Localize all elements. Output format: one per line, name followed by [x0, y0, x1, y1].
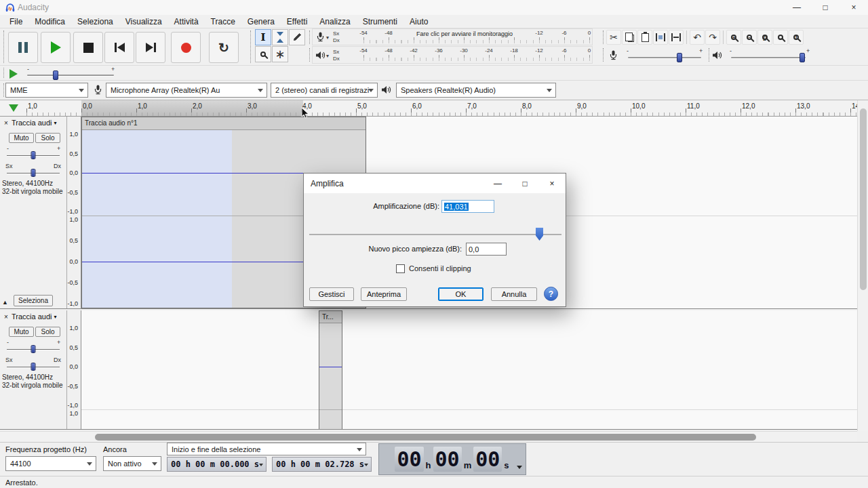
recording-device-combobox[interactable]: Microphone Array (Realtek(R) Au	[106, 83, 267, 98]
track2-waveform-area[interactable]: Tr...	[81, 310, 857, 429]
track1-name-menu[interactable]: Traccia audi ▾	[12, 119, 57, 127]
track1-solo-button[interactable]: Solo	[35, 133, 60, 143]
audio-host-combobox[interactable]: MME	[5, 83, 88, 98]
menu-item[interactable]: Modifica	[28, 16, 71, 28]
horizontal-scrollbar-thumb[interactable]	[95, 434, 756, 441]
loop-button[interactable]: ↻	[209, 32, 239, 63]
zoom-tool-button[interactable]	[255, 46, 271, 62]
dialog-close-button[interactable]: ×	[538, 174, 566, 193]
recording-meter-scale-area[interactable]: -54-48-12-60 Fare clic per avviare il mo…	[341, 29, 592, 45]
multi-tool-button[interactable]: ∗	[272, 46, 288, 62]
menu-item[interactable]: Genera	[241, 16, 281, 28]
draw-tool-button[interactable]	[289, 29, 305, 45]
window-minimize-button[interactable]: —	[783, 0, 811, 15]
meter-dropdown-icon[interactable]: ▾	[326, 35, 329, 41]
playback-device-combobox[interactable]: Speakers (Realtek(R) Audio)	[396, 83, 556, 98]
help-button[interactable]: ?	[544, 287, 558, 301]
meter-dropdown-icon[interactable]: ▾	[326, 53, 329, 59]
toolbar-gripper[interactable]	[309, 48, 311, 62]
timeline-pin-icon[interactable]	[9, 104, 18, 112]
ok-button[interactable]: OK	[438, 287, 484, 301]
slider-thumb[interactable]	[536, 228, 543, 241]
amplification-slider[interactable]	[309, 227, 561, 241]
playback-volume-slider[interactable]	[731, 57, 806, 58]
audio-track-2[interactable]: Tr... 1,00,50,0-0,5-1,0 1,00,50,0-0,5-1,…	[0, 310, 857, 430]
redo-button[interactable]: ↷	[705, 30, 720, 45]
track2-clip-header[interactable]: Tr...	[319, 311, 342, 323]
play-at-speed-icon[interactable]	[9, 69, 18, 79]
track2-close-button[interactable]: ×	[1, 312, 11, 321]
menu-item[interactable]: Attività	[168, 16, 205, 28]
stop-button[interactable]	[73, 32, 103, 63]
menu-item[interactable]: Strumenti	[357, 16, 403, 28]
menu-item[interactable]: File	[3, 16, 28, 28]
track2-gain-thumb[interactable]	[31, 345, 36, 353]
window-maximize-button[interactable]: □	[811, 0, 840, 15]
recording-meter[interactable]: ▾ Sx Dx -54-48-12-60 Fare clic per avvia…	[312, 28, 593, 45]
recording-volume-thumb[interactable]	[677, 53, 682, 62]
track1-pan-thumb[interactable]	[31, 169, 36, 177]
track2-clip[interactable]: Tr...	[319, 310, 342, 430]
vertical-scrollbar-thumb[interactable]	[860, 108, 867, 290]
preview-button[interactable]: Anteprima	[361, 287, 407, 301]
zoom-out-button[interactable]: −	[742, 30, 757, 45]
track2-name-menu[interactable]: Traccia audi ▾	[12, 312, 57, 321]
project-rate-combobox[interactable]: 44100	[5, 456, 96, 471]
trim-audio-button[interactable]	[653, 30, 668, 45]
snap-combobox[interactable]: Non attivo	[103, 456, 161, 471]
track1-gain-thumb[interactable]	[31, 151, 36, 159]
selection-tool-button[interactable]: I	[255, 29, 271, 45]
playback-volume-thumb[interactable]	[800, 53, 805, 62]
track2-vertical-ruler[interactable]: 1,00,50,0-0,5-1,0 1,00,50,0-0,5-1,0	[67, 310, 81, 429]
monitoring-hint[interactable]: Fare clic per avviare il monitoraggio	[416, 30, 513, 37]
play-speed-thumb[interactable]	[53, 70, 58, 80]
zoom-in-button[interactable]: +	[726, 30, 741, 45]
track1-vertical-ruler[interactable]: 1,00,50,0-0,5-1,0 1,00,50,0-0,5-1,0	[67, 117, 81, 308]
track2-pan-thumb[interactable]	[31, 363, 36, 371]
cancel-button[interactable]: Annulla	[491, 287, 537, 301]
track1-select-button[interactable]: Seleziona	[14, 295, 53, 306]
toolbar-gripper[interactable]	[3, 68, 5, 78]
menu-item[interactable]: Effetti	[281, 16, 313, 28]
allow-clipping-checkbox[interactable]	[396, 264, 405, 273]
track1-close-button[interactable]: ×	[1, 118, 11, 127]
selection-range-mode-combobox[interactable]: Inizio e fine della selezione	[167, 443, 366, 455]
horizontal-scrollbar[interactable]	[0, 431, 857, 442]
timeline-ruler[interactable]: 1,00,01,02,03,04,05,06,07,08,09,010,011,…	[0, 100, 857, 117]
manage-button[interactable]: Gestisci	[309, 287, 354, 301]
toolbar-gripper[interactable]	[603, 48, 605, 62]
zoom-fit-project-button[interactable]: ↔	[773, 30, 788, 45]
dialog-maximize-button[interactable]: □	[511, 174, 538, 193]
cut-button[interactable]: ✂	[606, 30, 621, 45]
recording-channels-combobox[interactable]: 2 (stereo) canali di registrazi	[271, 83, 378, 98]
silence-audio-button[interactable]	[669, 30, 684, 45]
track1-clip-header[interactable]: Traccia audio n°1	[82, 117, 366, 130]
window-close-button[interactable]: ×	[840, 0, 868, 15]
zoom-toggle-button[interactable]: 1	[789, 30, 804, 45]
undo-button[interactable]: ↶	[690, 30, 705, 45]
copy-button[interactable]	[622, 30, 637, 45]
recording-volume-slider[interactable]	[628, 57, 701, 58]
selection-start-time-field[interactable]: 00 h 00 m 00.000 s	[167, 457, 267, 472]
menu-item[interactable]: Analizza	[313, 16, 356, 28]
zoom-selection-button[interactable]: []	[757, 30, 772, 45]
skip-to-end-button[interactable]	[136, 32, 165, 63]
play-speed-slider[interactable]	[27, 75, 114, 76]
playback-meter[interactable]: ▾ Sx Dx -54-48-42-36-30-24-18-12-60	[312, 46, 593, 64]
menu-item[interactable]: Tracce	[205, 16, 241, 28]
envelope-tool-button[interactable]	[272, 29, 288, 45]
selection-end-time-field[interactable]: 00 h 00 m 02.728 s	[272, 457, 372, 472]
paste-button[interactable]	[637, 30, 652, 45]
toolbar-gripper[interactable]	[309, 30, 311, 44]
track2-solo-button[interactable]: Solo	[35, 327, 60, 337]
amplification-input[interactable]: 41,031	[441, 200, 494, 213]
play-button[interactable]	[41, 32, 71, 63]
dialog-title-bar[interactable]: Amplifica — □ ×	[304, 174, 566, 193]
pause-button[interactable]	[8, 32, 38, 63]
record-button[interactable]	[171, 32, 201, 63]
skip-to-start-button[interactable]	[104, 32, 134, 63]
dialog-minimize-button[interactable]: —	[484, 174, 511, 193]
track1-mute-button[interactable]: Muto	[9, 133, 34, 143]
vertical-scrollbar[interactable]	[857, 100, 868, 431]
new-peak-input[interactable]: 0,0	[466, 243, 507, 256]
